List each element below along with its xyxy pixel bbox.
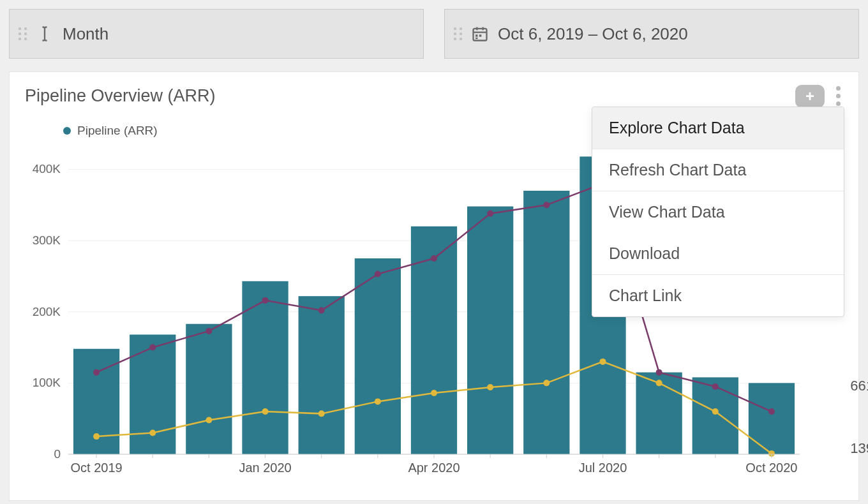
svg-point-46: [431, 390, 437, 396]
svg-point-39: [768, 408, 775, 415]
chart-card: Pipeline Overview (ARR) + Pipeline (ARR)…: [9, 71, 859, 501]
svg-point-44: [318, 410, 325, 417]
add-comment-button[interactable]: +: [795, 85, 825, 108]
svg-point-33: [431, 255, 437, 262]
svg-point-42: [206, 417, 212, 423]
svg-point-38: [712, 383, 719, 390]
legend-label: Pipeline (ARR): [77, 124, 158, 138]
svg-rect-21: [467, 207, 513, 454]
svg-rect-3: [475, 38, 478, 39]
svg-text:400K: 400K: [33, 162, 61, 175]
drag-handle-icon: [19, 27, 27, 40]
svg-rect-2: [479, 34, 482, 36]
svg-text:Oct 2019: Oct 2019: [70, 461, 122, 475]
drag-handle-icon: [454, 27, 462, 40]
chart-options-dropdown: Explore Chart Data Refresh Chart Data Vi…: [592, 107, 844, 317]
menu-view-chart-data[interactable]: View Chart Data: [592, 191, 844, 233]
svg-rect-1: [475, 34, 478, 36]
chart-title: Pipeline Overview (ARR): [25, 86, 216, 106]
svg-text:300K: 300K: [33, 233, 61, 247]
svg-rect-18: [299, 296, 345, 454]
series-end-label: 661: [850, 378, 868, 394]
svg-text:Jul 2020: Jul 2020: [579, 461, 627, 475]
chart-menu-button[interactable]: [834, 84, 843, 108]
date-range-label: Oct 6, 2019 – Oct 6, 2020: [498, 24, 688, 44]
svg-rect-0: [474, 29, 487, 41]
svg-rect-17: [242, 281, 288, 454]
svg-text:200K: 200K: [33, 305, 61, 318]
svg-text:Apr 2020: Apr 2020: [408, 461, 460, 475]
svg-point-45: [375, 398, 381, 404]
svg-point-48: [543, 380, 550, 386]
svg-point-41: [149, 430, 156, 436]
menu-refresh-chart-data[interactable]: Refresh Chart Data: [592, 149, 844, 191]
svg-point-40: [93, 433, 100, 440]
svg-point-30: [262, 297, 269, 304]
series-end-label: 139: [850, 440, 868, 457]
granularity-label: Month: [63, 24, 108, 44]
svg-rect-16: [186, 324, 232, 454]
granularity-filter[interactable]: Month: [9, 9, 424, 59]
legend-dot-icon: [63, 127, 71, 135]
svg-point-49: [599, 359, 606, 365]
menu-chart-link[interactable]: Chart Link: [592, 275, 844, 316]
svg-point-47: [487, 384, 493, 390]
svg-rect-22: [523, 191, 569, 454]
svg-rect-15: [130, 334, 176, 454]
svg-point-32: [375, 271, 381, 278]
text-cursor-icon: [36, 25, 54, 43]
svg-text:Oct 2020: Oct 2020: [745, 461, 797, 475]
svg-point-34: [487, 211, 493, 217]
menu-download[interactable]: Download: [592, 233, 844, 274]
svg-point-27: [93, 369, 100, 376]
menu-explore-chart-data[interactable]: Explore Chart Data: [592, 107, 844, 149]
svg-point-28: [149, 345, 156, 351]
svg-point-50: [656, 380, 662, 386]
svg-point-37: [656, 369, 662, 376]
date-range-filter[interactable]: Oct 6, 2019 – Oct 6, 2020: [444, 9, 859, 59]
svg-text:Jan 2020: Jan 2020: [239, 461, 291, 475]
calendar-icon: [471, 25, 489, 43]
svg-text:100K: 100K: [33, 376, 61, 389]
svg-rect-19: [355, 258, 401, 454]
svg-text:0: 0: [54, 447, 61, 461]
svg-point-35: [543, 202, 550, 208]
svg-point-29: [206, 328, 212, 334]
svg-rect-26: [749, 383, 795, 454]
svg-point-43: [262, 408, 269, 415]
svg-point-51: [712, 408, 719, 415]
svg-point-31: [318, 308, 325, 314]
